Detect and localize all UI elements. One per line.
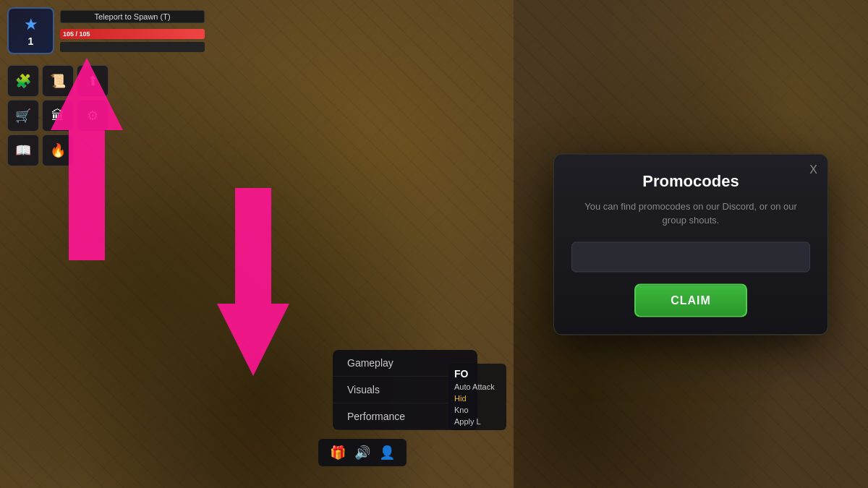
auto-attack-label: Auto Attack xyxy=(454,382,501,391)
fire-icon[interactable]: 🔥 xyxy=(42,134,74,166)
hp-bar-wrap: 105 / 105 xyxy=(60,29,205,39)
profile-icon[interactable]: 👤 xyxy=(379,445,395,461)
mana-row xyxy=(60,42,205,52)
claim-button[interactable]: CLAIM xyxy=(634,283,747,317)
hp-bar: 105 / 105 xyxy=(60,29,205,39)
up-icon[interactable]: ⬆ xyxy=(77,65,109,97)
gift-icon[interactable]: 🎁 xyxy=(330,445,346,461)
left-panel: ★ 1 Teleport to Spawn (T) 105 / 105 🧩 📜 xyxy=(0,0,514,488)
spawn-tooltip[interactable]: Teleport to Spawn (T) xyxy=(60,10,205,23)
promo-code-input[interactable] xyxy=(571,241,810,272)
dialog-title: Promocodes xyxy=(571,171,810,190)
dialog-close-button[interactable]: X xyxy=(809,163,817,176)
bars-container: Teleport to Spawn (T) 105 / 105 xyxy=(60,7,205,52)
book-icon[interactable]: 📖 xyxy=(7,134,39,166)
hp-row: 105 / 105 xyxy=(60,29,205,39)
quest-icon[interactable]: 🧩 xyxy=(7,65,39,97)
player-badge: ★ 1 xyxy=(7,7,54,54)
dialog-subtitle: You can find promocodes on our Discord, … xyxy=(571,199,810,227)
star-icon: ★ xyxy=(24,15,38,34)
top-bar: ★ 1 Teleport to Spawn (T) 105 / 105 xyxy=(7,7,506,54)
guild-icon[interactable]: 🏛 xyxy=(42,100,74,132)
hp-label: 105 / 105 xyxy=(63,30,90,38)
sound-icon[interactable]: 🔊 xyxy=(354,445,370,461)
bottom-icons-bar: 🎁 🔊 👤 xyxy=(318,439,407,466)
action-icons-grid: 🧩 📜 ⬆ 🛒 🏛 ⚙ 📖 🔥 xyxy=(7,65,109,166)
player-level: 1 xyxy=(28,35,34,47)
scroll-icon[interactable]: 📜 xyxy=(42,65,74,97)
settings-content-area: FO Auto Attack Hid Kno Apply L xyxy=(448,364,506,430)
mana-bar-wrap xyxy=(60,42,205,52)
promocodes-dialog: X Promocodes You can find promocodes on … xyxy=(553,153,828,335)
settings-icon[interactable]: ⚙ xyxy=(77,100,109,132)
content-label: FO xyxy=(454,368,501,380)
hid-label: Hid xyxy=(454,394,501,403)
right-panel: X Promocodes You can find promocodes on … xyxy=(514,0,868,488)
apply-label[interactable]: Apply L xyxy=(454,417,501,426)
kno-label: Kno xyxy=(454,406,501,414)
shop-icon[interactable]: 🛒 xyxy=(7,100,39,132)
